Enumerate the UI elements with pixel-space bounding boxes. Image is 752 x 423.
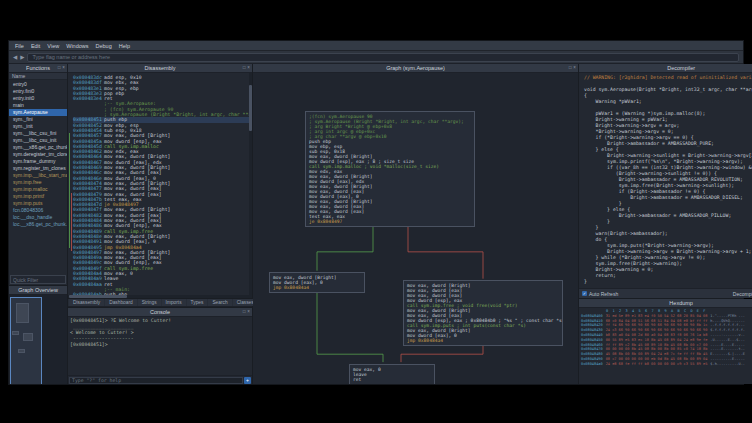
graph-node-line: je 0x8048497 <box>309 219 471 224</box>
disassembly-hscrollbar[interactable] <box>68 295 252 298</box>
quick-filter-input[interactable] <box>10 275 66 284</box>
decompiler-line[interactable]: // WARNING: [r2ghidra] Detected read of … <box>584 75 752 81</box>
overview-node <box>18 349 25 353</box>
function-item[interactable]: sym.deregister_tm_clones <box>9 151 67 158</box>
dock-tab[interactable]: Search <box>208 299 231 306</box>
dock-tab[interactable]: Types <box>187 299 208 306</box>
console-panel: Console □ × [0x08048451]> ?E Welcome to … <box>68 308 252 384</box>
close-icon[interactable]: × <box>573 66 576 71</box>
graph-overview-canvas[interactable] <box>9 295 67 384</box>
menu-item[interactable]: Edit <box>31 43 40 49</box>
menu-item[interactable]: View <box>47 43 59 49</box>
close-icon[interactable]: × <box>62 66 65 71</box>
hexdump-rows: 0x08048400 31 ed 5e 89 e1 83 e4 f0 50 54… <box>581 314 752 367</box>
menu-item[interactable]: Help <box>119 43 130 49</box>
function-item[interactable]: loc.__dso_handle <box>9 214 67 221</box>
disassembly-titlebar[interactable]: Disassembly □ × <box>68 64 252 73</box>
dock-tab[interactable]: Imports <box>162 299 186 306</box>
decompiler-code: // WARNING: [r2ghidra] Detected read of … <box>579 73 752 288</box>
graph-node-false-branch[interactable]: mov eax, dword [Bright]mov eax, dword [e… <box>403 280 563 346</box>
undock-icon[interactable]: □ <box>569 66 572 71</box>
functions-panel-titlebar[interactable]: Functions □ × <box>9 64 67 73</box>
hexdump-body: 0 1 2 3 4 5 6 7 8 9 A B C D E F 0x080484… <box>579 308 752 384</box>
hexdump-titlebar[interactable]: Hexdump □ × <box>579 299 752 308</box>
graph-node-entry[interactable]: ;(fcn) sym.Aeropause 90; sym.Aeropause (… <box>305 111 475 227</box>
function-item[interactable]: sym.imp.printf <box>9 193 67 200</box>
function-item[interactable]: sym.frame_dummy <box>9 158 67 165</box>
functions-column-header[interactable]: Name <box>9 73 67 80</box>
function-item[interactable]: sym.__x86.get_pc_thunk.bx <box>9 144 67 151</box>
close-icon[interactable]: × <box>247 310 250 315</box>
graph-node-true-branch[interactable]: mov eax, dword [Bright]mov dword [eax], … <box>269 272 365 293</box>
function-item[interactable]: main <box>9 102 67 109</box>
graph-overview-panel: Graph Overview <box>9 286 67 384</box>
console-input-row: + <box>68 375 252 384</box>
dock-tab[interactable]: Strings <box>138 299 161 306</box>
decompiler-toolbar: ✓ Auto Refresh Decompiler pdc ▾ <box>579 288 752 298</box>
disassembly-scrollbar[interactable] <box>249 73 252 295</box>
function-item[interactable]: sym.imp.puts <box>9 200 67 207</box>
menu-item[interactable]: Windows <box>66 43 88 49</box>
graph-node-line: jmp 0x80484a4 <box>273 285 361 290</box>
undock-icon[interactable]: □ <box>243 66 246 71</box>
function-item[interactable]: sym.imp.malloc <box>9 186 67 193</box>
hex-ascii: $.h..........U.. <box>710 362 745 367</box>
graph-titlebar[interactable]: Graph (sym.Aeropause) □ × <box>253 64 578 73</box>
disassembly-column: Disassembly □ × 0 <box>68 64 252 384</box>
undock-icon[interactable]: □ <box>243 310 246 315</box>
graph-overview-title: Graph Overview <box>18 287 58 293</box>
function-item[interactable]: loc.__x86.get_pc_thunk.ax <box>9 221 67 228</box>
disassembly-panel: Disassembly □ × 0 <box>68 64 252 298</box>
console-title: Console <box>150 309 170 315</box>
decompiler-title: Decompiler <box>667 65 695 71</box>
close-icon[interactable]: × <box>247 66 250 71</box>
function-item[interactable]: sym.__libc_csu_init <box>9 137 67 144</box>
decompiler-line[interactable]: void sym.Aeropause(Bright *Bright, int32… <box>584 87 752 93</box>
menu-bar: FileEditViewWindowsDebugHelp <box>9 41 743 51</box>
jump-arrow <box>71 193 72 251</box>
toolbar: ◀ ▶ <box>9 51 743 64</box>
function-item[interactable]: entry0 <box>9 81 67 88</box>
function-item[interactable]: sym.imp.__libc_start_main <box>9 172 67 179</box>
left-column: Functions □ × Name entry0entry.fini0entr… <box>9 64 67 384</box>
hexdump-title: Hexdump <box>669 300 693 306</box>
undock-icon[interactable]: □ <box>58 66 61 71</box>
console-titlebar[interactable]: Console □ × <box>68 308 252 317</box>
function-item[interactable]: sym.imp.free <box>9 179 67 186</box>
back-icon[interactable]: ◀ <box>13 53 17 62</box>
console-expand-button[interactable]: + <box>244 377 251 384</box>
graph-overview-titlebar[interactable]: Graph Overview <box>9 286 67 295</box>
auto-refresh-checkbox[interactable]: ✓ <box>582 291 587 296</box>
search-input[interactable] <box>27 53 739 62</box>
function-item[interactable]: sym._fini <box>9 116 67 123</box>
console-input[interactable] <box>69 377 243 384</box>
graph-node-line: ret <box>353 377 431 382</box>
function-item[interactable]: entry.fini0 <box>9 88 67 95</box>
function-item[interactable]: sym.__libc_csu_fini <box>9 130 67 137</box>
functions-list: entry0entry.fini0entry.init0mainsym.Aero… <box>9 80 67 274</box>
overview-node <box>12 331 19 335</box>
disassembly-title: Disassembly <box>144 65 175 71</box>
dock-tab[interactable]: Dashboard <box>105 299 136 306</box>
menu-item[interactable]: File <box>15 43 24 49</box>
decompiler-titlebar[interactable]: Decompiler □ × <box>579 64 752 73</box>
overview-node <box>23 333 33 341</box>
dock-tab[interactable]: Disassembly <box>69 299 104 306</box>
decompiler-line[interactable]: } <box>584 279 752 285</box>
hexdump-row[interactable]: 0x080484a0 24 e8 68 fe ff ff b8 00 00 00… <box>581 362 752 367</box>
graph-panel: Graph (sym.Aeropause) □ × <box>253 64 578 384</box>
console-line: [0x08048451]> <box>70 342 250 348</box>
forward-icon[interactable]: ▶ <box>20 53 24 62</box>
hex-bytes: 24 e8 68 fe ff ff b8 00 00 00 00 c9 c3 5… <box>606 362 708 367</box>
graph-canvas[interactable]: ;(fcn) sym.Aeropause 90; sym.Aeropause (… <box>253 73 578 384</box>
function-item[interactable]: sym.Aeropause <box>9 109 67 116</box>
function-item[interactable]: sym.register_tm_clones <box>9 165 67 172</box>
function-item[interactable]: entry.init0 <box>9 95 67 102</box>
graph-node-exit[interactable]: mov eax, 0leaveret <box>349 364 435 384</box>
function-item[interactable]: fcn.08048306 <box>9 207 67 214</box>
decompiler-panel: Decompiler □ × // WARNING: [r2ghidra] De… <box>579 64 752 298</box>
function-item[interactable]: sym._init <box>9 123 67 130</box>
decompiler-selector-label: Decompiler <box>733 291 752 297</box>
menu-item[interactable]: Debug <box>96 43 112 49</box>
graph-column: Graph (sym.Aeropause) □ × <box>253 64 578 384</box>
